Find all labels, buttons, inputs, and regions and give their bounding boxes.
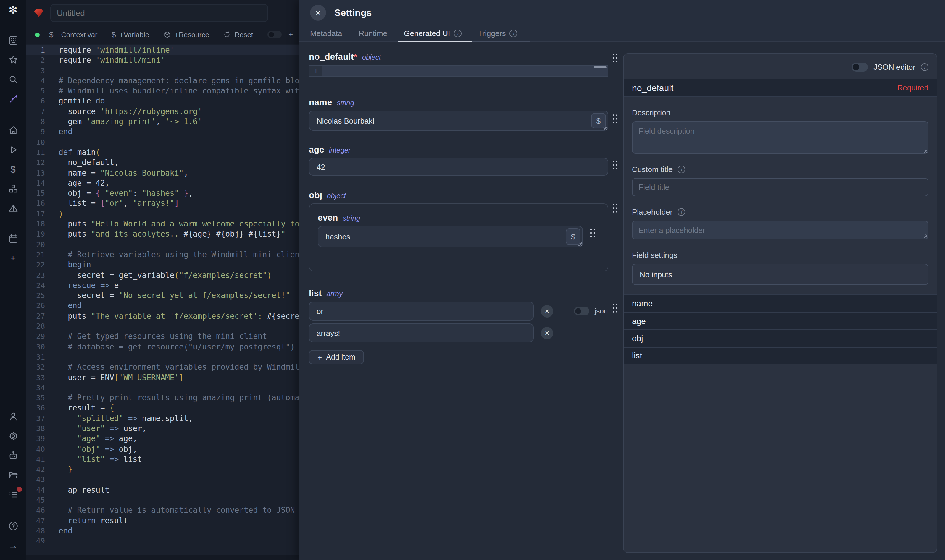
drag-handle-icon[interactable] [612, 52, 618, 63]
code-line[interactable]: 26 end [26, 301, 299, 311]
code-line[interactable]: 16 list = ["or", "arrays!"] [26, 198, 299, 209]
code-line[interactable]: 2require 'windmill/mini' [26, 55, 299, 66]
json-editor-toggle[interactable] [851, 62, 868, 71]
code-line[interactable]: 8 gem 'amazing_print', '~> 1.6' [26, 117, 299, 127]
close-icon[interactable]: ✕ [310, 5, 326, 21]
code-line[interactable]: 48end [26, 526, 299, 536]
code-line[interactable]: 12 no_default, [26, 158, 299, 168]
help-icon[interactable] [8, 520, 18, 532]
list-item-input[interactable] [309, 302, 534, 320]
code-editor[interactable]: 1require 'windmill/inline'2require 'wind… [26, 44, 299, 560]
info-icon[interactable]: i [453, 29, 461, 37]
diff-mode-toggle[interactable] [267, 31, 281, 38]
json-mode-toggle[interactable] [574, 307, 589, 315]
info-icon[interactable]: i [677, 166, 685, 173]
add-item-button[interactable]: +Add item [309, 350, 364, 364]
code-line[interactable]: 49 [26, 536, 299, 546]
code-line[interactable]: 27 puts "The variable at 'f/examples/sec… [26, 311, 299, 321]
code-line[interactable]: 5# Windmill uses bundler/inline compatib… [26, 86, 299, 96]
plus-minus-icon[interactable]: ± [288, 30, 293, 39]
code-line[interactable]: 42 } [26, 464, 299, 475]
code-line[interactable]: 23 secret = get_variable("f/examples/sec… [26, 270, 299, 280]
runs-play-icon[interactable] [8, 144, 18, 155]
drag-handle-icon[interactable] [612, 303, 618, 313]
template-dollar-button[interactable]: $ [591, 113, 606, 128]
add-context-var-button[interactable]: $+Context var [49, 30, 97, 39]
code-line[interactable]: 15 obj = { "even": "hashes" }, [26, 188, 299, 198]
even-input[interactable]: $ [318, 226, 583, 247]
workspace-icon[interactable] [8, 35, 18, 46]
remove-item-icon[interactable]: ✕ [541, 327, 553, 339]
code-line[interactable]: 39 "age" => age, [26, 434, 299, 444]
code-line[interactable]: 24 rescue => e [26, 280, 299, 291]
ai-wand-icon[interactable] [8, 94, 18, 105]
code-line[interactable]: 9end [26, 127, 299, 137]
code-line[interactable]: 46 # Return value is automatically conve… [26, 505, 299, 515]
add-resource-button[interactable]: +Resource [163, 31, 209, 39]
user-icon[interactable] [8, 411, 18, 422]
code-line[interactable]: 22 begin [26, 260, 299, 270]
editor-hscrollbar[interactable] [26, 555, 299, 560]
add-icon[interactable]: + [8, 252, 18, 264]
code-line[interactable]: 45 [26, 495, 299, 505]
code-line[interactable]: 20 [26, 239, 299, 249]
add-variable-button[interactable]: $+Variable [111, 30, 149, 39]
code-line[interactable]: 17) [26, 209, 299, 219]
code-line[interactable]: 40 "obj" => obj, [26, 444, 299, 454]
code-line[interactable]: 36 result = { [26, 403, 299, 413]
field-row-list[interactable]: list [624, 347, 937, 364]
custom-title-field[interactable] [632, 178, 928, 196]
code-line[interactable]: 1require 'windmill/inline' [26, 45, 299, 55]
workers-robot-icon[interactable] [8, 450, 18, 461]
logs-list-icon[interactable] [8, 489, 18, 500]
code-line[interactable]: 29 # Get typed resources using the mini … [26, 331, 299, 342]
reset-button[interactable]: Reset [224, 31, 253, 39]
field-row-age[interactable]: age [624, 312, 937, 329]
code-line[interactable]: 47 return result [26, 515, 299, 526]
name-input[interactable]: $ [309, 111, 608, 131]
code-line[interactable]: 41 "list" => list [26, 454, 299, 465]
info-icon[interactable]: i [677, 208, 685, 216]
drag-handle-icon[interactable] [612, 114, 618, 124]
code-line[interactable]: 25 secret = "No secret yet at f/examples… [26, 290, 299, 301]
code-line[interactable]: 13 name = "Nicolas Bourbaki", [26, 168, 299, 178]
search-icon[interactable] [8, 74, 18, 85]
code-line[interactable]: 33 user = ENV['WM_USERNAME'] [26, 372, 299, 383]
mini-editor-scrollbar[interactable] [594, 66, 606, 68]
tab-metadata[interactable]: Metadata [310, 29, 342, 38]
tab-runtime[interactable]: Runtime [359, 29, 387, 38]
tab-triggers[interactable]: Triggersi [478, 29, 517, 38]
schedules-calendar-icon[interactable] [8, 233, 18, 244]
description-field[interactable] [632, 121, 928, 154]
code-line[interactable]: 35 # Pretty print results using amazing_… [26, 393, 299, 403]
folders-icon[interactable] [8, 469, 18, 481]
selected-field-row[interactable]: no_default Required [624, 78, 937, 97]
template-dollar-button[interactable]: $ [566, 228, 581, 245]
tab-generated-ui[interactable]: Generated UIi [404, 29, 461, 38]
code-line[interactable]: 18 puts "Hello World and a warm welcome … [26, 219, 299, 229]
resources-cubes-icon[interactable] [8, 183, 18, 195]
code-line[interactable]: 34 [26, 383, 299, 393]
code-line[interactable]: 3 [26, 65, 299, 76]
code-line[interactable]: 7 source 'https://rubygems.org' [26, 106, 299, 117]
code-line[interactable]: 32 # Access environment variables provid… [26, 362, 299, 372]
drag-handle-icon[interactable] [589, 228, 596, 238]
code-line[interactable]: 19 puts "and its acolytes.. #{age} #{obj… [26, 229, 299, 240]
drag-handle-icon[interactable] [612, 160, 618, 170]
code-line[interactable]: 30 # database = get_resource("u/user/my_… [26, 342, 299, 352]
age-input[interactable] [309, 158, 608, 175]
schemas-prism-icon[interactable] [8, 203, 18, 214]
variables-dollar-icon[interactable]: $ [8, 164, 18, 175]
code-line[interactable]: 6gemfile do [26, 96, 299, 106]
code-line[interactable]: 21 # Retrieve variables using the Windmi… [26, 249, 299, 260]
field-row-name[interactable]: name [624, 294, 937, 312]
code-line[interactable]: 28 [26, 321, 299, 331]
info-icon[interactable]: i [921, 63, 928, 71]
code-line[interactable]: 31 [26, 352, 299, 362]
script-title-input[interactable] [50, 4, 268, 22]
settings-gear-icon[interactable] [8, 431, 18, 442]
code-line[interactable]: 4# Dependency management: declare gems i… [26, 76, 299, 86]
list-item-input[interactable] [309, 323, 534, 342]
home-icon[interactable] [8, 125, 18, 136]
favorites-star-icon[interactable] [8, 54, 18, 66]
